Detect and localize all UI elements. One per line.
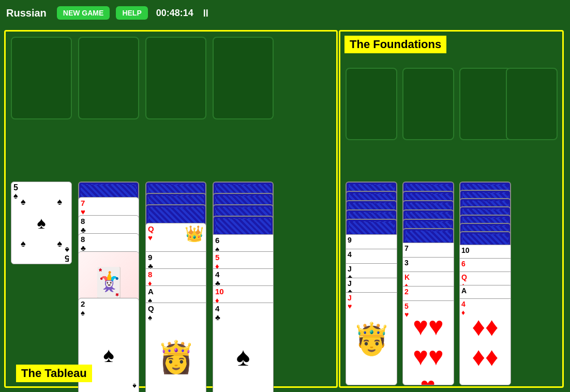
empty-slot-1[interactable] — [11, 37, 72, 119]
foundations-section: The Foundations 9 4 — [339, 30, 564, 388]
empty-slot-2[interactable] — [78, 37, 139, 119]
header: Russian NEW GAME HELP 00:48:14 ⏸ — [0, 0, 570, 26]
tableau-label: The Tableau — [16, 365, 92, 382]
card-jack-hearts-2[interactable]: J♥ 🤴 — [346, 292, 397, 385]
pause-icon[interactable]: ⏸ — [201, 7, 211, 19]
foundation-slot-4[interactable] — [506, 68, 558, 140]
game-timer: 00:48:14 — [156, 8, 193, 19]
game-area: The Tableau 5♠ ♠ 5♠ ♠ ♠ ♠ ♠ 7♥ — [0, 26, 570, 392]
foundation-slot-1[interactable] — [346, 68, 397, 140]
new-game-button[interactable]: NEW GAME — [57, 6, 110, 20]
foundation-slot-3[interactable] — [459, 68, 511, 140]
game-title: Russian — [6, 7, 47, 19]
card-queen-spades[interactable]: Q♠ 👸 — [145, 303, 206, 392]
foundation-slot-2[interactable] — [402, 68, 454, 140]
tableau-section: The Tableau 5♠ ♠ 5♠ ♠ ♠ ♠ ♠ 7♥ — [4, 30, 338, 388]
card-4-spades[interactable]: 4♣ ♠ — [213, 303, 274, 392]
empty-slot-3[interactable] — [145, 37, 206, 119]
card-5-spades[interactable]: 5♠ ♠ 5♠ ♠ ♠ ♠ ♠ — [11, 182, 72, 264]
card-5-hearts[interactable]: 5♥ ♥♥♥♥ ♥ — [402, 300, 454, 385]
help-button[interactable]: HELP — [116, 6, 147, 20]
foundations-label: The Foundations — [344, 36, 446, 53]
card-4-diamonds[interactable]: 4♦ ♦♦♦♦ — [459, 298, 511, 385]
empty-slot-4[interactable] — [213, 37, 274, 119]
